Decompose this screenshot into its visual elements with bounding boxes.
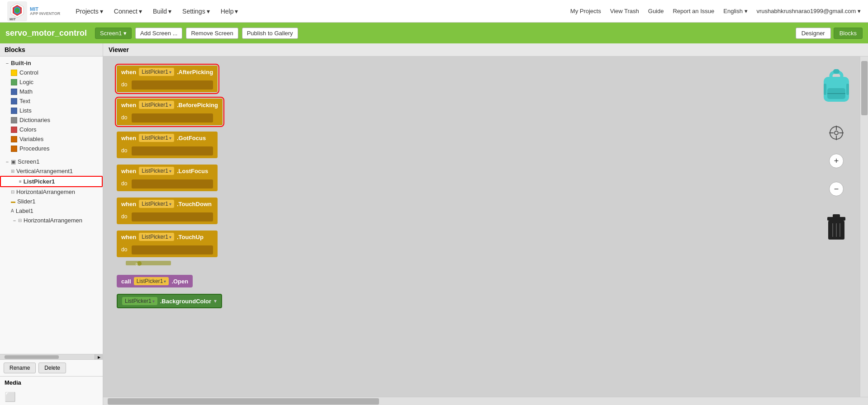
screen1-collapse-icon: − [4,159,11,165]
block-listpicker1-tag-3[interactable]: ListPicker1 ▾ [139,134,174,142]
block-touchdown: when ListPicker1 ▾ .TouchDown do [117,198,868,224]
sidebar-label1[interactable]: A Label1 [0,206,103,216]
sidebar-item-text[interactable]: Text [0,96,103,106]
block-listpicker1-tag-5[interactable]: ListPicker1 ▾ [139,200,174,208]
nav-my-projects[interactable]: My Projects [570,8,601,14]
sidebar-item-lists[interactable]: Lists [0,106,103,115]
trash-button[interactable] [825,214,847,241]
sidebar-slider1[interactable]: ▬ Slider1 [0,197,103,206]
block-listpicker1-tag-2[interactable]: ListPicker1 ▾ [139,101,174,109]
top-navigation: MIT MIT APP INVENTOR Projects ▾ Connect … [0,0,868,23]
connector-svg: 0 [126,258,180,267]
add-screen-button[interactable]: Add Screen ... [135,28,182,39]
media-section: Media [0,376,103,389]
sidebar-horizontal-arrangement2[interactable]: − ⊟ HorizontalArrangemen [0,216,103,225]
block-listpicker1-tag-7[interactable]: ListPicker1 ▾ [134,277,169,285]
block-afterpicking: when ListPicker1 ▾ .AfterPicking do [117,66,868,92]
svg-rect-6 [126,261,171,265]
blocks-scroll-area[interactable]: when ListPicker1 ▾ .AfterPicking do [103,57,868,396]
block-listpicker1-tag-1[interactable]: ListPicker1 ▾ [139,68,174,76]
block-call-open: call ListPicker1 ▾ .Open [117,275,868,287]
block-listpicker1-tag-8[interactable]: ListPicker1 ▾ [122,297,157,305]
nav-guide[interactable]: Guide [648,8,664,14]
logic-color-icon [11,79,17,85]
builtin-toggle[interactable]: − Built-in [0,58,103,68]
block-beforepicking-container[interactable]: when ListPicker1 ▾ .BeforePicking do [117,99,223,125]
sidebar-scrollbar-h[interactable]: ▶ [0,354,103,359]
logo-text-appinventor: APP INVENTOR [30,12,60,16]
svg-rect-13 [833,69,840,74]
sidebar-item-dictionaries[interactable]: Dictionaries [0,115,103,125]
block-listpicker1-tag-6[interactable]: ListPicker1 ▾ [139,233,174,241]
zoom-out-button[interactable]: − [829,182,844,196]
logo[interactable]: MIT MIT APP INVENTOR [7,1,60,21]
horizontal-arrangement1-icon: ⊟ [11,189,14,194]
scrollbar-thumb-horizontal [108,398,379,405]
sidebar-scroll-right-arrow[interactable]: ▶ [95,354,103,360]
blocks-header: Blocks [0,43,103,57]
sidebar-vertical-arrangement[interactable]: ⊞ VerticalArrangement1 [0,166,103,176]
sidebar-item-procedures[interactable]: Procedures [0,144,103,153]
block-touchup: when ListPicker1 ▾ .TouchUp do [117,231,868,268]
sidebar-listpicker1[interactable]: ≡ ListPicker1 [0,176,103,187]
sidebar-item-logic[interactable]: Logic [0,77,103,87]
sidebar-item-colors[interactable]: Colors [0,125,103,134]
blocks-button[interactable]: Blocks [834,28,863,39]
rename-button[interactable]: Rename [4,363,36,373]
prop-background-container[interactable]: ListPicker1 ▾ .BackgroundColor ▾ [117,294,222,308]
variables-color-icon [11,136,17,142]
slider1-icon: ▬ [11,199,15,204]
nav-connect[interactable]: Connect ▾ [114,8,142,15]
block-gotfocus-container[interactable]: when ListPicker1 ▾ .GotFocus do [117,132,218,158]
sidebar-scroll[interactable]: − Built-in Control Logic Math Tex [0,57,103,354]
center-view-button[interactable] [829,126,844,140]
screen1-toggle[interactable]: − ▣ Screen1 [0,157,103,166]
text-color-icon [11,98,17,104]
sidebar-item-control[interactable]: Control [0,68,103,77]
viewer-canvas[interactable]: when ListPicker1 ▾ .AfterPicking do [103,57,868,405]
screen-selector[interactable]: Screen1 ▾ [95,28,132,39]
do-connector-2 [132,113,213,122]
sidebar-scroll-thumb [5,355,59,359]
logo-icon: MIT [7,1,27,21]
dictionaries-color-icon [11,117,17,123]
project-title: servo_motor_control [5,28,87,38]
nav-settings[interactable]: Settings ▾ [182,8,210,15]
zoom-in-button[interactable]: + [829,154,844,168]
nav-language[interactable]: English ▾ [723,8,747,14]
right-panel: + − [818,66,854,241]
media-add-area: ⬜ [0,389,103,405]
svg-point-7 [137,261,142,266]
block-afterpicking-container[interactable]: when ListPicker1 ▾ .AfterPicking do [117,66,218,92]
block-lostfocus: when ListPicker1 ▾ .LostFocus do [117,165,868,191]
nav-build[interactable]: Build ▾ [153,8,171,15]
designer-button[interactable]: Designer [796,28,831,39]
nav-report-issue[interactable]: Report an Issue [673,8,714,14]
lists-color-icon [11,108,17,114]
sidebar-item-variables[interactable]: Variables [0,134,103,144]
publish-to-gallery-button[interactable]: Publish to Gallery [242,28,298,39]
svg-text:MIT: MIT [9,17,16,21]
sidebar-item-math[interactable]: Math [0,87,103,96]
viewer-scrollbar-horizontal[interactable] [103,397,868,405]
listpicker-icon: ≡ [19,179,22,184]
nav-view-trash[interactable]: View Trash [610,8,639,14]
call-open-container[interactable]: call ListPicker1 ▾ .Open [117,275,193,287]
screen1-section: − ▣ Screen1 ⊞ VerticalArrangement1 ≡ Lis… [0,155,103,227]
block-touchup-container[interactable]: when ListPicker1 ▾ .TouchUp do [117,231,218,257]
block-listpicker1-tag-4[interactable]: ListPicker1 ▾ [139,167,174,175]
nav-help[interactable]: Help ▾ [221,8,238,15]
builtin-section: − Built-in Control Logic Math Tex [0,57,103,155]
block-touchdown-container[interactable]: when ListPicker1 ▾ .TouchDown do [117,198,218,224]
nav-projects[interactable]: Projects ▾ [76,8,103,15]
do-connector-4 [132,179,213,188]
delete-button[interactable]: Delete [38,363,66,373]
block-lostfocus-container[interactable]: when ListPicker1 ▾ .LostFocus do [117,165,218,191]
remove-screen-button[interactable]: Remove Screen [186,28,238,39]
nav-user-email[interactable]: vrushabhkrushnarao1999@gmail.com ▾ [757,8,861,14]
viewer-scrollbar-vertical[interactable] [860,57,868,397]
backpack-icon[interactable] [818,66,854,108]
block-gotfocus: when ListPicker1 ▾ .GotFocus do [117,132,868,158]
viewer-header: Viewer [103,43,868,57]
sidebar-horizontal-arrangement1[interactable]: ⊟ HorizontalArrangemen [0,187,103,197]
